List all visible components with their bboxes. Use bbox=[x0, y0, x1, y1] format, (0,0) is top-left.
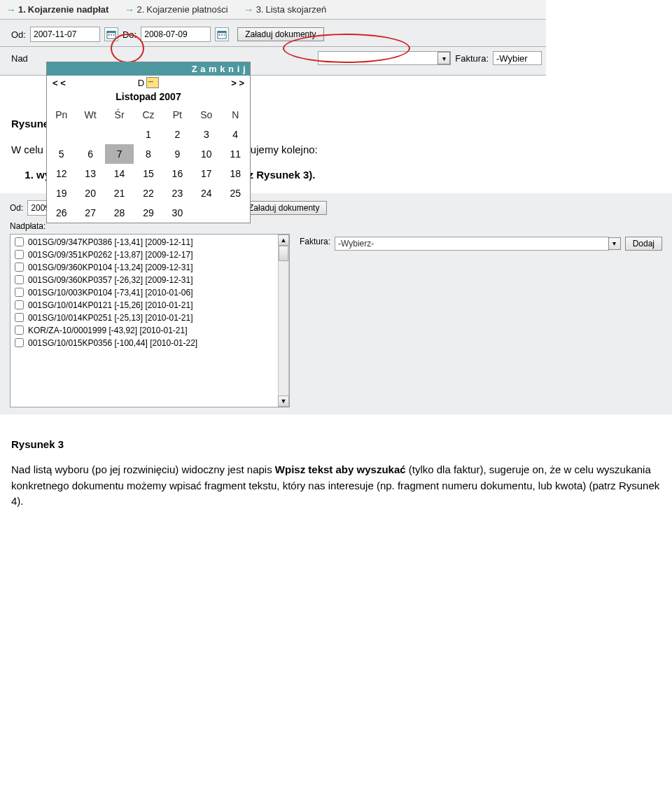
calendar-today-label: D bbox=[138, 78, 144, 88]
list-item-checkbox[interactable] bbox=[15, 263, 24, 272]
load-documents-button[interactable]: Załaduj dokumenty bbox=[237, 27, 323, 41]
calendar-day-cell[interactable]: 19 bbox=[47, 183, 76, 203]
list-item[interactable]: 001SG/09/351KP0262 [-13,87] [2009-12-17] bbox=[10, 249, 278, 261]
faktura-label: Faktura: bbox=[455, 53, 489, 64]
list-item-label: 001SG/09/360KP0104 [-13,24] [2009-12-31] bbox=[28, 263, 193, 272]
calendar-day-cell[interactable]: 8 bbox=[134, 144, 162, 164]
faktura-column: Faktura: -Wybierz- Dodaj bbox=[300, 221, 662, 251]
scroll-track[interactable] bbox=[278, 246, 289, 396]
tab-label: Kojarzenie nadpłat bbox=[28, 4, 109, 15]
arrow-icon bbox=[244, 4, 254, 15]
list-item-label: 001SG/10/003KP0104 [-73,41] [2010-01-06] bbox=[28, 288, 193, 298]
calendar-day-cell[interactable]: 1 bbox=[134, 125, 162, 144]
calendar-day-cell[interactable]: 22 bbox=[134, 183, 162, 203]
screenshot-2: Od: Do: Załaduj dokumenty Nadpłata: 001S… bbox=[0, 193, 672, 414]
calendar-day-cell[interactable]: 11 bbox=[221, 144, 250, 164]
dodaj-button[interactable]: Dodaj bbox=[625, 237, 662, 251]
scroll-thumb[interactable] bbox=[279, 246, 288, 261]
calendar-close-button[interactable]: Z a m k n i j bbox=[47, 62, 250, 76]
svg-rect-3 bbox=[111, 34, 112, 36]
nadplata-label-partial: Nad bbox=[11, 53, 28, 64]
calendar-prev-button[interactable]: < < bbox=[52, 78, 66, 88]
scroll-down-button[interactable]: ▼ bbox=[278, 396, 289, 407]
list-item-checkbox[interactable] bbox=[15, 288, 24, 297]
calendar-day-cell[interactable]: 17 bbox=[192, 164, 220, 183]
calendar-day-cell[interactable]: 16 bbox=[163, 164, 192, 183]
od-input[interactable] bbox=[30, 27, 100, 42]
list-item-label: 001SG/10/014KP0121 [-15,26] [2010-01-21] bbox=[28, 300, 193, 310]
main-filter-row: Nadpłata: 001SG/09/347KP0386 [-13,41] [2… bbox=[0, 220, 672, 414]
tabbar: 1. Kojarzenie nadpłat 2. Kojarzenie płat… bbox=[0, 0, 546, 20]
calendar-day-cell[interactable]: 7 bbox=[105, 144, 134, 164]
calendar-day-cell[interactable]: 5 bbox=[47, 144, 76, 164]
svg-rect-1 bbox=[107, 32, 115, 34]
calendar-day-cell[interactable]: 4 bbox=[221, 125, 250, 144]
list-item-checkbox[interactable] bbox=[15, 237, 24, 246]
list-item-checkbox[interactable] bbox=[15, 300, 24, 309]
list-item-label: 001SG/09/347KP0386 [-13,41] [2009-12-11] bbox=[28, 237, 193, 247]
faktura-select[interactable]: -Wybierz- bbox=[335, 237, 621, 251]
calendar-icon[interactable] bbox=[215, 27, 229, 41]
calendar-day-cell[interactable]: 20 bbox=[76, 183, 104, 203]
calendar-day-cell[interactable]: 21 bbox=[105, 183, 134, 203]
calendar-day-cell[interactable]: 2 bbox=[163, 125, 192, 144]
calendar-day-header: Pn bbox=[47, 105, 76, 125]
calendar-day-cell[interactable]: 18 bbox=[221, 164, 250, 183]
load-documents-button[interactable]: Załaduj dokumenty bbox=[241, 201, 327, 215]
calendar-today-button[interactable]: D bbox=[138, 77, 159, 88]
svg-rect-9 bbox=[224, 34, 225, 36]
calendar-day-header: So bbox=[192, 105, 220, 125]
calendar-day-cell bbox=[76, 125, 104, 144]
calendar-day-cell[interactable]: 10 bbox=[192, 144, 220, 164]
calendar-day-cell[interactable]: 25 bbox=[221, 183, 250, 203]
calendar-day-cell[interactable]: 9 bbox=[163, 144, 192, 164]
nadplata-hidden-select[interactable] bbox=[318, 51, 451, 65]
list-item-checkbox[interactable] bbox=[15, 326, 24, 335]
calendar-day-cell bbox=[221, 203, 250, 223]
nadplata-listbox[interactable]: 001SG/09/347KP0386 [-13,41] [2009-12-11]… bbox=[10, 234, 290, 407]
calendar-day-cell[interactable]: 23 bbox=[163, 183, 192, 203]
list-item[interactable]: 001SG/10/015KP0356 [-100,44] [2010-01-22… bbox=[10, 337, 278, 349]
dots-icon bbox=[146, 77, 159, 88]
screenshot-1: 1. Kojarzenie nadpłat 2. Kojarzenie płat… bbox=[0, 0, 546, 76]
calendar-day-header: Wt bbox=[76, 105, 104, 125]
calendar-nav: < < D > > bbox=[47, 76, 250, 90]
nadplata-column: Nadpłata: 001SG/09/347KP0386 [-13,41] [2… bbox=[10, 221, 290, 407]
calendar-day-header: Śr bbox=[105, 105, 134, 125]
svg-rect-8 bbox=[221, 34, 223, 36]
list-item[interactable]: 001SG/10/014KP0251 [-25,13] [2010-01-21] bbox=[10, 312, 278, 324]
calendar-day-cell[interactable]: 14 bbox=[105, 164, 134, 183]
do-input[interactable] bbox=[141, 27, 211, 42]
list-item[interactable]: 001SG/09/347KP0386 [-13,41] [2009-12-11] bbox=[10, 236, 278, 249]
calendar-icon[interactable] bbox=[104, 27, 118, 41]
calendar-day-cell[interactable]: 24 bbox=[192, 183, 220, 203]
calendar-day-cell[interactable]: 29 bbox=[134, 203, 162, 223]
list-item-checkbox[interactable] bbox=[15, 313, 24, 322]
calendar-day-cell[interactable]: 30 bbox=[163, 203, 192, 223]
calendar-day-cell[interactable]: 27 bbox=[76, 203, 104, 223]
calendar-day-cell[interactable]: 12 bbox=[47, 164, 76, 183]
scroll-up-button[interactable]: ▲ bbox=[278, 235, 289, 246]
list-item[interactable]: 001SG/09/360KP0104 [-13,24] [2009-12-31] bbox=[10, 261, 278, 274]
scrollbar[interactable]: ▲ ▼ bbox=[278, 235, 289, 407]
chevron-down-icon[interactable] bbox=[608, 237, 621, 250]
tab-kojarzenie-platnosci[interactable]: 2. Kojarzenie płatności bbox=[121, 1, 234, 18]
calendar-day-cell[interactable]: 15 bbox=[134, 164, 162, 183]
calendar-day-cell[interactable]: 13 bbox=[76, 164, 104, 183]
list-item-checkbox[interactable] bbox=[15, 275, 24, 284]
list-item[interactable]: 001SG/10/014KP0121 [-15,26] [2010-01-21] bbox=[10, 299, 278, 312]
tab-lista-skojarzen[interactable]: 3. Lista skojarzeń bbox=[241, 1, 334, 18]
list-item[interactable]: 001SG/09/360KP0357 [-26,32] [2009-12-31] bbox=[10, 274, 278, 286]
tab-kojarzenie-nadplat[interactable]: 1. Kojarzenie nadpłat bbox=[3, 1, 115, 18]
list-item[interactable]: 001SG/10/003KP0104 [-73,41] [2010-01-06] bbox=[10, 286, 278, 299]
faktura-select[interactable]: -Wybier bbox=[493, 51, 542, 65]
calendar-day-cell[interactable]: 3 bbox=[192, 125, 220, 144]
list-item[interactable]: KOR/ZA-10/0001999 [-43,92] [2010-01-21] bbox=[10, 324, 278, 337]
calendar-day-cell[interactable]: 26 bbox=[47, 203, 76, 223]
calendar-next-button[interactable]: > > bbox=[231, 78, 244, 88]
calendar-day-cell[interactable]: 28 bbox=[105, 203, 134, 223]
list-item-label: KOR/ZA-10/0001999 [-43,92] [2010-01-21] bbox=[28, 326, 187, 335]
list-item-checkbox[interactable] bbox=[15, 250, 24, 259]
calendar-day-cell[interactable]: 6 bbox=[76, 144, 104, 164]
list-item-checkbox[interactable] bbox=[15, 338, 24, 347]
